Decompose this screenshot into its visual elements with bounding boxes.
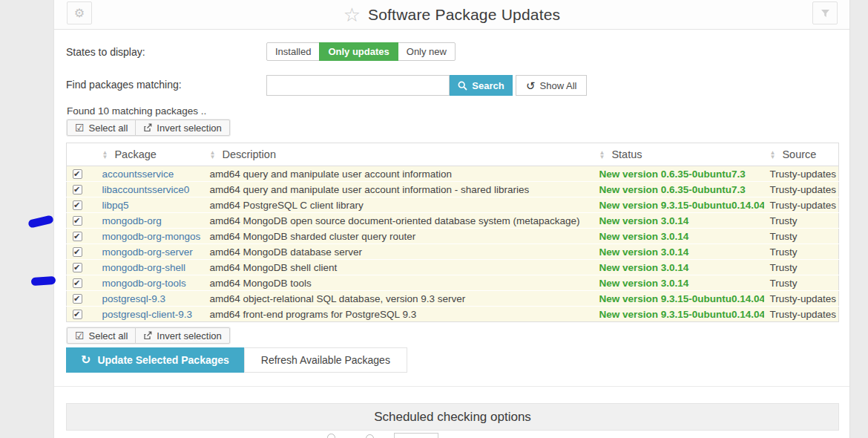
package-table-body: accountsservice amd64 query and manipula… bbox=[67, 166, 839, 322]
sort-arrows-icon[interactable]: ▲▼ bbox=[770, 151, 776, 160]
table-row: postgresql-9.3 amd64 object-relational S… bbox=[67, 291, 839, 307]
row-checkbox[interactable] bbox=[73, 169, 82, 179]
package-column-header[interactable]: ▲▼Package bbox=[96, 143, 204, 166]
row-checkbox-cell bbox=[67, 166, 96, 182]
checkbox-column-header bbox=[67, 143, 96, 166]
row-checkbox-cell bbox=[67, 244, 96, 260]
status-column-header[interactable]: ▲▼Status bbox=[594, 143, 764, 166]
table-row: accountsservice amd64 query and manipula… bbox=[67, 166, 839, 182]
table-row: postgresql-client-9.3 amd64 front-end pr… bbox=[67, 307, 839, 322]
row-checkbox[interactable] bbox=[73, 278, 82, 288]
package-search-input[interactable] bbox=[266, 75, 450, 96]
section-divider bbox=[54, 386, 849, 387]
select-all-label: Select all bbox=[89, 122, 128, 134]
package-name-link[interactable]: accountsservice bbox=[96, 166, 204, 182]
title-area: ☆ Software Package Updates bbox=[54, 0, 849, 30]
row-checkbox-cell bbox=[67, 197, 96, 213]
package-source: Trusty-updates bbox=[764, 166, 839, 182]
page-title: Software Package Updates bbox=[368, 6, 560, 24]
package-name-link[interactable]: libaccountsservice0 bbox=[96, 182, 204, 197]
row-checkbox-cell bbox=[67, 260, 96, 275]
schedule-interval-input[interactable] bbox=[394, 433, 438, 438]
package-source: Trusty-updates bbox=[764, 291, 839, 307]
package-name-link[interactable]: mongodb-org-tools bbox=[96, 275, 204, 291]
package-description: amd64 MongoDB database server bbox=[204, 244, 594, 260]
state-only-updates-button[interactable]: Only updates bbox=[319, 42, 398, 61]
row-checkbox[interactable] bbox=[73, 294, 82, 304]
sort-arrows-icon[interactable]: ▲▼ bbox=[210, 151, 216, 160]
row-checkbox[interactable] bbox=[73, 263, 82, 272]
package-status: New version 3.0.14 bbox=[594, 260, 764, 275]
update-selected-packages-button[interactable]: ↻ Update Selected Packages bbox=[66, 347, 244, 373]
scheduled-checking-options-header: Scheduled checking options bbox=[66, 403, 839, 431]
row-checkbox[interactable] bbox=[73, 216, 82, 226]
share-arrow-icon bbox=[143, 331, 152, 340]
package-description: amd64 front-end programs for PostgreSQL … bbox=[204, 307, 594, 322]
search-button[interactable]: Search bbox=[450, 75, 513, 96]
table-row: mongodb-org-tools amd64 MongoDB tools Ne… bbox=[67, 275, 839, 291]
row-checkbox-cell bbox=[67, 291, 96, 307]
package-name-link[interactable]: mongodb-org bbox=[96, 213, 204, 229]
radio-button[interactable] bbox=[366, 434, 374, 438]
select-all-label: Select all bbox=[89, 330, 128, 341]
star-favorite-icon[interactable]: ☆ bbox=[343, 5, 361, 24]
show-all-button[interactable]: ↺ Show All bbox=[516, 75, 587, 96]
radio-button[interactable] bbox=[327, 434, 335, 438]
package-source: Trusty bbox=[764, 213, 839, 229]
state-installed-button[interactable]: Installed bbox=[266, 42, 320, 61]
table-row: mongodb-org-mongos amd64 MongoDB sharded… bbox=[67, 229, 839, 244]
software-package-updates-panel: ⚙ ☆ Software Package Updates States to d… bbox=[53, 0, 850, 438]
package-name-link[interactable]: postgresql-client-9.3 bbox=[96, 307, 204, 322]
package-source: Trusty bbox=[764, 244, 839, 260]
source-column-header[interactable]: ▲▼Source bbox=[764, 143, 839, 166]
package-description: amd64 query and manipulate user account … bbox=[204, 166, 594, 182]
package-name-link[interactable]: mongodb-org-server bbox=[96, 244, 204, 260]
selection-controls-top: ☑ Select all Invert selection bbox=[66, 119, 231, 137]
package-status: New version 3.0.14 bbox=[594, 229, 764, 244]
package-status: New version 3.0.14 bbox=[594, 244, 764, 260]
sort-arrows-icon[interactable]: ▲▼ bbox=[102, 151, 108, 160]
checkbox-check-icon: ☑ bbox=[75, 330, 85, 341]
state-only-new-button[interactable]: Only new bbox=[398, 42, 456, 61]
row-checkbox[interactable] bbox=[73, 247, 82, 257]
row-checkbox-cell bbox=[67, 229, 96, 244]
row-checkbox[interactable] bbox=[73, 200, 82, 210]
package-source: Trusty-updates bbox=[764, 307, 839, 322]
results-summary: Found 10 matching packages .. bbox=[67, 105, 206, 117]
select-all-button[interactable]: ☑ Select all bbox=[67, 327, 136, 344]
package-status: New version 9.3.15-0ubuntu0.14.04 bbox=[594, 291, 764, 307]
invert-selection-button[interactable]: Invert selection bbox=[135, 327, 229, 344]
states-to-display-label: States to display: bbox=[66, 46, 145, 58]
annotation-mark bbox=[31, 276, 56, 286]
package-source: Trusty-updates bbox=[764, 182, 839, 197]
refresh-available-packages-button[interactable]: Refresh Available Packages bbox=[244, 347, 407, 373]
package-status: New version 9.3.15-0ubuntu0.14.04 bbox=[594, 307, 764, 322]
funnel-icon bbox=[821, 9, 830, 18]
row-checkbox[interactable] bbox=[73, 232, 82, 241]
package-name-link[interactable]: postgresql-9.3 bbox=[96, 291, 204, 307]
row-checkbox[interactable] bbox=[73, 310, 82, 319]
select-all-button[interactable]: ☑ Select all bbox=[67, 120, 136, 136]
description-column-header[interactable]: ▲▼Description bbox=[204, 143, 594, 166]
package-name-link[interactable]: mongodb-org-shell bbox=[96, 260, 204, 275]
filter-button[interactable] bbox=[812, 1, 838, 24]
package-name-link[interactable]: mongodb-org-mongos bbox=[96, 229, 204, 244]
package-source: Trusty bbox=[764, 229, 839, 244]
package-description: amd64 query and manipulate user account … bbox=[204, 182, 594, 197]
package-status: New version 3.0.14 bbox=[594, 275, 764, 291]
package-description: amd64 object-relational SQL database, ve… bbox=[204, 291, 594, 307]
package-status: New version 0.6.35-0ubuntu7.3 bbox=[594, 166, 764, 182]
table-row: libaccountsservice0 amd64 query and mani… bbox=[67, 182, 839, 197]
invert-selection-label: Invert selection bbox=[157, 122, 221, 134]
row-checkbox-cell bbox=[67, 275, 96, 291]
show-all-label: Show All bbox=[540, 80, 577, 91]
package-name-link[interactable]: libpq5 bbox=[96, 197, 204, 213]
checkbox-check-icon: ☑ bbox=[75, 122, 85, 133]
sort-arrows-icon[interactable]: ▲▼ bbox=[599, 151, 605, 160]
invert-selection-button[interactable]: Invert selection bbox=[135, 120, 229, 136]
package-description: amd64 MongoDB tools bbox=[204, 275, 594, 291]
find-packages-label: Find packages matching: bbox=[66, 79, 182, 91]
package-table: ▲▼Package ▲▼Description ▲▼Status ▲▼Sourc… bbox=[66, 143, 839, 322]
row-checkbox[interactable] bbox=[73, 185, 82, 195]
package-source: Trusty bbox=[764, 275, 839, 291]
